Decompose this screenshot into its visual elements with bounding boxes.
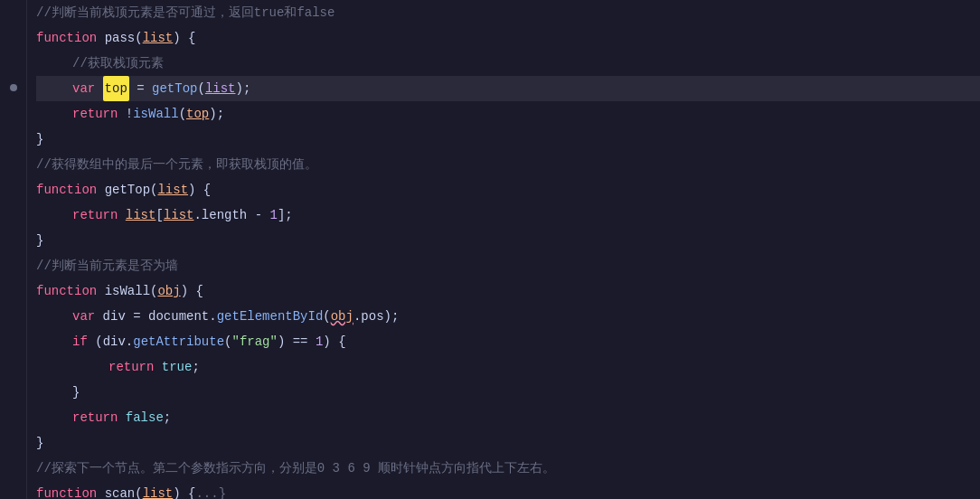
punct-14: ( — [224, 329, 231, 354]
punct-13: ( — [95, 329, 102, 354]
bool-true: true — [162, 354, 193, 380]
punct-10: ) { — [181, 278, 203, 304]
gutter-dot-10 — [10, 224, 17, 250]
gutter-dot-2 — [10, 25, 17, 51]
kw-return-4: return — [72, 405, 126, 430]
punct-1: ( — [135, 25, 142, 51]
close-brace-2: } — [36, 228, 43, 253]
gutter-dot-18 — [10, 424, 17, 449]
gutter-dot-1 — [10, 0, 17, 25]
comment-1: //判断当前栈顶元素是否可通过，返回true和false — [36, 0, 335, 25]
gutter — [0, 0, 27, 499]
punct-7: ( — [150, 177, 157, 202]
param-list-1: list — [143, 25, 174, 51]
param-list-3: list — [157, 177, 188, 202]
dot-2: . — [209, 304, 216, 329]
gutter-dot-7 — [10, 150, 17, 175]
method-getelementbyid: getElementById — [217, 304, 324, 329]
kw-if: if — [72, 329, 95, 354]
punct-15: ) — [278, 329, 285, 354]
prop-length: length — [202, 202, 247, 228]
punct-5: ( — [179, 101, 186, 127]
dot-3: . — [353, 304, 361, 329]
punct-2: ) { — [173, 25, 195, 51]
punct-18: ; — [164, 405, 171, 430]
gutter-dot-16 — [10, 374, 17, 400]
close-brace-1: } — [36, 127, 43, 152]
param-list-6: list — [143, 481, 174, 499]
var-top-highlight: top — [103, 76, 129, 101]
ellipsis: ...} — [195, 481, 226, 499]
code-line-12: function isWall(obj) { — [36, 278, 980, 304]
param-list-4: list — [126, 202, 156, 228]
code-line-4: var top = getTop(list); — [36, 76, 980, 101]
code-line-1: //判断当前栈顶元素是否可通过，返回true和false — [36, 0, 980, 25]
code-line-16: } — [36, 380, 980, 405]
gutter-dot-17 — [10, 400, 17, 425]
kw-function-1: function — [36, 25, 105, 51]
code-line-7: //获得数组中的最后一个元素，即获取栈顶的值。 — [36, 152, 980, 177]
code-content: //判断当前栈顶元素是否可通过，返回true和false function pa… — [27, 0, 980, 499]
num-1: 1 — [269, 202, 277, 228]
param-obj-2: obj — [331, 304, 353, 329]
kw-var-2: var — [72, 304, 103, 329]
num-2: 1 — [316, 329, 323, 354]
dot-4: . — [126, 329, 133, 354]
op-equals-1: = — [129, 76, 152, 101]
var-div-2: div — [103, 329, 126, 354]
gutter-dot-19 — [10, 449, 17, 475]
code-line-10: } — [36, 228, 980, 253]
gutter-dot-13 — [10, 299, 17, 325]
code-line-18: } — [36, 430, 980, 456]
method-getattribute: getAttribute — [133, 329, 224, 354]
bracket-1: [ — [155, 202, 163, 228]
prop-pos: pos — [361, 304, 383, 329]
gutter-dot-15 — [10, 349, 17, 374]
code-line-2: function pass(list) { — [36, 25, 980, 51]
punct-6: ); — [209, 101, 224, 127]
string-frag: "frag" — [231, 329, 277, 354]
gutter-dot-11 — [10, 250, 17, 275]
fn-gettop: getTop — [105, 177, 150, 202]
punct-17: ; — [192, 354, 199, 380]
fn-scan: scan — [105, 481, 136, 499]
comment-5: //探索下一个节点。第二个参数指示方向，分别是0 3 6 9 顺时针钟点方向指代… — [36, 456, 555, 481]
punct-3: ( — [197, 76, 204, 101]
kw-var-1: var — [72, 76, 103, 101]
bool-false: false — [126, 405, 164, 430]
gutter-dot-4 — [10, 75, 17, 100]
kw-return-1: return — [72, 101, 126, 127]
close-brace-3: } — [72, 380, 80, 405]
code-line-13: var div = document.getElementById(obj.po… — [36, 304, 980, 329]
op-not: ! — [126, 101, 133, 127]
code-editor: //判断当前栈顶元素是否可通过，返回true和false function pa… — [0, 0, 980, 499]
fn-iswall: isWall — [105, 278, 150, 304]
fn-pass: pass — [105, 25, 136, 51]
code-line-14: if (div.getAttribute("frag") == 1) { — [36, 329, 980, 354]
op-equals-2: = — [126, 304, 148, 329]
var-div: div — [103, 304, 126, 329]
op-eqeq: == — [285, 329, 316, 354]
param-top-1: top — [186, 101, 209, 127]
code-line-5: return !isWall(top); — [36, 101, 980, 127]
fn-gettop-call: getTop — [152, 76, 197, 101]
punct-4: ); — [235, 76, 250, 101]
punct-19: ( — [135, 481, 142, 499]
gutter-dot-6 — [10, 125, 17, 150]
punct-8: ) { — [188, 177, 211, 202]
obj-document: document — [148, 304, 209, 329]
param-list-2: list — [205, 76, 236, 101]
code-line-8: function getTop(list) { — [36, 177, 980, 202]
param-list-5: list — [164, 202, 194, 228]
gutter-dot-8 — [10, 174, 17, 200]
code-line-17: return false; — [36, 405, 980, 430]
kw-function-4: function — [36, 481, 105, 499]
punct-16: ) { — [323, 329, 345, 354]
code-line-20: function scan(list) {...} — [36, 481, 980, 499]
code-line-19: //探索下一个节点。第二个参数指示方向，分别是0 3 6 9 顺时针钟点方向指代… — [36, 456, 980, 481]
param-obj: obj — [157, 278, 180, 304]
code-line-9: return list[list.length - 1]; — [36, 202, 980, 228]
kw-function-3: function — [36, 278, 105, 304]
gutter-dot-20 — [10, 474, 17, 499]
kw-return-3: return — [108, 354, 162, 380]
